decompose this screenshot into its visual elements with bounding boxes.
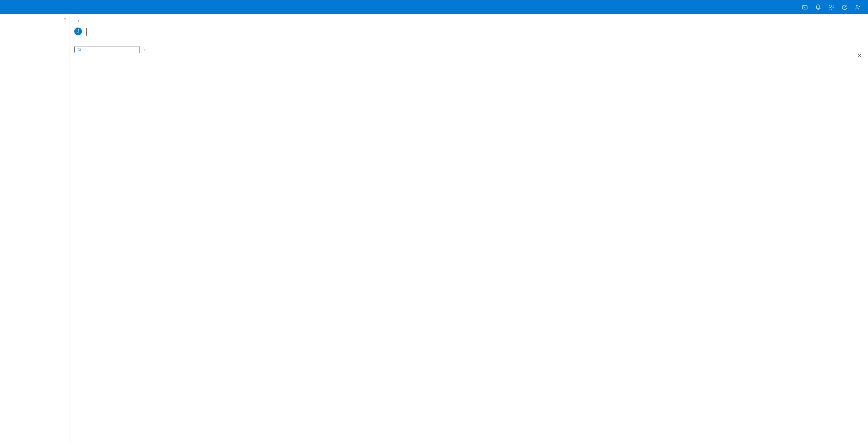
page-subtitle: |: [85, 27, 88, 36]
notifications-icon[interactable]: [815, 4, 821, 10]
settings-icon[interactable]: [828, 4, 835, 10]
left-nav: «: [0, 14, 69, 444]
cloud-shell-icon[interactable]: [802, 4, 808, 10]
page-header: i |: [73, 27, 861, 36]
search-icon: [77, 47, 82, 52]
svg-rect-0: [802, 5, 807, 9]
sub-nav: «: [69, 42, 150, 444]
svg-point-3: [856, 5, 858, 7]
left-nav-collapse-icon[interactable]: «: [64, 16, 66, 21]
search-input[interactable]: [74, 46, 140, 53]
close-icon[interactable]: ✕: [857, 52, 862, 59]
svg-point-4: [78, 48, 81, 51]
content: ✕: [150, 42, 868, 444]
info-icon: i: [74, 28, 82, 35]
topbar-icons: [802, 4, 861, 10]
topbar: [0, 0, 868, 14]
svg-point-1: [831, 6, 832, 8]
breadcrumb: ›: [73, 18, 861, 23]
help-icon[interactable]: [841, 4, 848, 10]
sub-nav-collapse-icon[interactable]: «: [143, 47, 145, 52]
feedback-icon[interactable]: [855, 4, 861, 10]
chevron-right-icon: ›: [78, 18, 79, 23]
